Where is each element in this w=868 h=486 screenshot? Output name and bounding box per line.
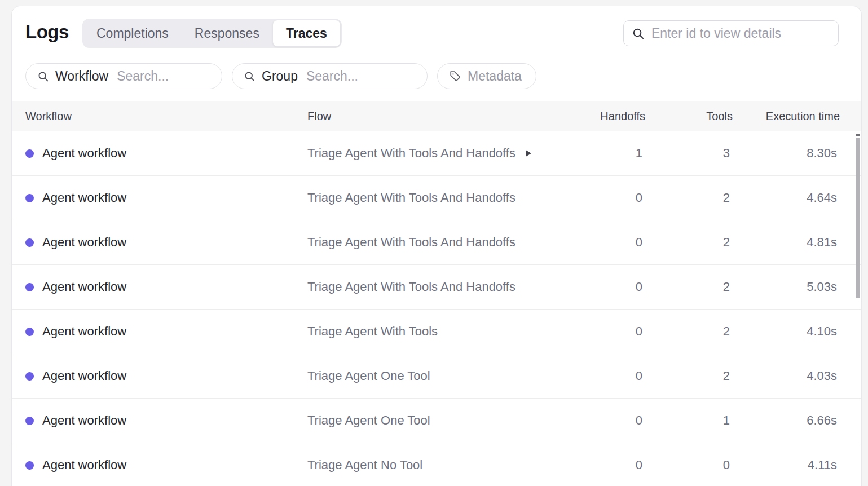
workflow-status-dot bbox=[25, 328, 34, 336]
workflow-name: Agent workflow bbox=[42, 235, 126, 250]
execution-time: 5.03s bbox=[733, 280, 840, 294]
table-body: Agent workflow Triage Agent With Tools A… bbox=[12, 131, 861, 486]
table-row[interactable]: Agent workflow Triage Agent No Tool 0 0 … bbox=[12, 443, 861, 486]
workflow-name: Agent workflow bbox=[42, 458, 126, 472]
workflow-name: Agent workflow bbox=[42, 280, 126, 294]
tab-completions[interactable]: Completions bbox=[83, 20, 182, 47]
metadata-filter-label: Metadata bbox=[468, 69, 522, 84]
handoffs-count: 0 bbox=[589, 369, 645, 383]
handoffs-count: 0 bbox=[589, 191, 645, 205]
execution-time: 4.10s bbox=[733, 324, 840, 339]
workflow-name: Agent workflow bbox=[42, 413, 126, 428]
table-row[interactable]: Agent workflow Triage Agent With Tools A… bbox=[12, 176, 861, 220]
id-search-input[interactable] bbox=[651, 26, 830, 41]
workflow-status-dot bbox=[25, 283, 34, 291]
handoffs-count: 0 bbox=[589, 235, 645, 250]
page-title: Logs bbox=[25, 21, 69, 43]
search-icon bbox=[37, 70, 49, 82]
workflow-name: Agent workflow bbox=[42, 369, 126, 383]
flow-name: Triage Agent One Tool bbox=[307, 369, 430, 383]
table-row[interactable]: Agent workflow Triage Agent With Tools A… bbox=[12, 265, 861, 310]
log-type-tabs: Completions Responses Traces bbox=[82, 19, 342, 48]
col-header-workflow: Workflow bbox=[25, 110, 307, 123]
scrollbar-cap bbox=[856, 134, 860, 136]
col-header-flow: Flow bbox=[307, 110, 589, 123]
workflow-status-dot bbox=[25, 238, 34, 247]
logs-page-card: Logs Completions Responses Traces Workfl… bbox=[11, 6, 862, 486]
col-header-handoffs: Handoffs bbox=[589, 110, 645, 123]
flow-name: Triage Agent No Tool bbox=[307, 458, 422, 472]
workflow-name: Agent workflow bbox=[42, 324, 126, 339]
scrollbar-thumb[interactable] bbox=[856, 138, 860, 298]
tag-icon bbox=[449, 70, 461, 82]
id-search[interactable] bbox=[623, 20, 839, 46]
flow-name: Triage Agent With Tools And Handoffs bbox=[307, 191, 515, 205]
tab-responses[interactable]: Responses bbox=[182, 20, 272, 47]
execution-time: 4.64s bbox=[733, 191, 840, 205]
workflow-name: Agent workflow bbox=[42, 191, 126, 205]
flow-name: Triage Agent With Tools bbox=[307, 324, 438, 339]
execution-time: 4.81s bbox=[733, 235, 840, 250]
tab-traces[interactable]: Traces bbox=[272, 20, 341, 47]
flow-name: Triage Agent One Tool bbox=[307, 413, 430, 428]
workflow-status-dot bbox=[25, 149, 34, 158]
group-filter-label: Group bbox=[262, 69, 298, 84]
tools-count: 2 bbox=[645, 280, 733, 294]
table-header: Workflow Flow Handoffs Tools Execution t… bbox=[12, 101, 861, 131]
flow-name: Triage Agent With Tools And Handoffs bbox=[307, 235, 515, 250]
execution-time: 4.11s bbox=[733, 458, 840, 472]
workflow-filter[interactable]: Workflow bbox=[25, 63, 222, 89]
group-filter[interactable]: Group bbox=[232, 63, 428, 89]
table-row[interactable]: Agent workflow Triage Agent With Tools A… bbox=[12, 131, 861, 176]
flow-name: Triage Agent With Tools And Handoffs bbox=[307, 280, 515, 294]
tools-count: 2 bbox=[645, 324, 733, 339]
handoffs-count: 0 bbox=[589, 413, 645, 428]
handoffs-count: 1 bbox=[589, 146, 645, 161]
col-header-tools: Tools bbox=[645, 110, 733, 123]
handoffs-count: 0 bbox=[589, 458, 645, 472]
execution-time: 6.66s bbox=[733, 413, 840, 428]
expand-arrow-icon[interactable] bbox=[526, 150, 531, 157]
filter-bar: Workflow Group Metadata bbox=[25, 63, 536, 89]
search-icon bbox=[632, 27, 645, 40]
workflow-filter-input[interactable] bbox=[117, 69, 210, 84]
execution-time: 4.03s bbox=[733, 369, 840, 383]
workflow-status-dot bbox=[25, 417, 34, 425]
table-row[interactable]: Agent workflow Triage Agent One Tool 0 1… bbox=[12, 399, 861, 443]
table-row[interactable]: Agent workflow Triage Agent With Tools A… bbox=[12, 220, 861, 265]
workflow-filter-label: Workflow bbox=[55, 69, 108, 84]
workflow-status-dot bbox=[25, 194, 34, 202]
table-row[interactable]: Agent workflow Triage Agent With Tools 0… bbox=[12, 310, 861, 354]
col-header-execution-time: Execution time bbox=[733, 110, 840, 123]
tools-count: 1 bbox=[645, 413, 733, 428]
handoffs-count: 0 bbox=[589, 280, 645, 294]
workflow-status-dot bbox=[25, 461, 34, 470]
execution-time: 8.30s bbox=[733, 146, 840, 161]
flow-name: Triage Agent With Tools And Handoffs bbox=[307, 146, 515, 161]
group-filter-input[interactable] bbox=[306, 69, 416, 84]
handoffs-count: 0 bbox=[589, 324, 645, 339]
metadata-filter[interactable]: Metadata bbox=[437, 63, 536, 89]
tools-count: 2 bbox=[645, 369, 733, 383]
table-row[interactable]: Agent workflow Triage Agent One Tool 0 2… bbox=[12, 354, 861, 399]
tools-count: 0 bbox=[645, 458, 733, 472]
search-icon bbox=[244, 70, 255, 82]
tools-count: 2 bbox=[645, 235, 733, 250]
tools-count: 2 bbox=[645, 191, 733, 205]
tools-count: 3 bbox=[645, 146, 733, 161]
workflow-status-dot bbox=[25, 372, 34, 381]
workflow-name: Agent workflow bbox=[42, 146, 126, 161]
